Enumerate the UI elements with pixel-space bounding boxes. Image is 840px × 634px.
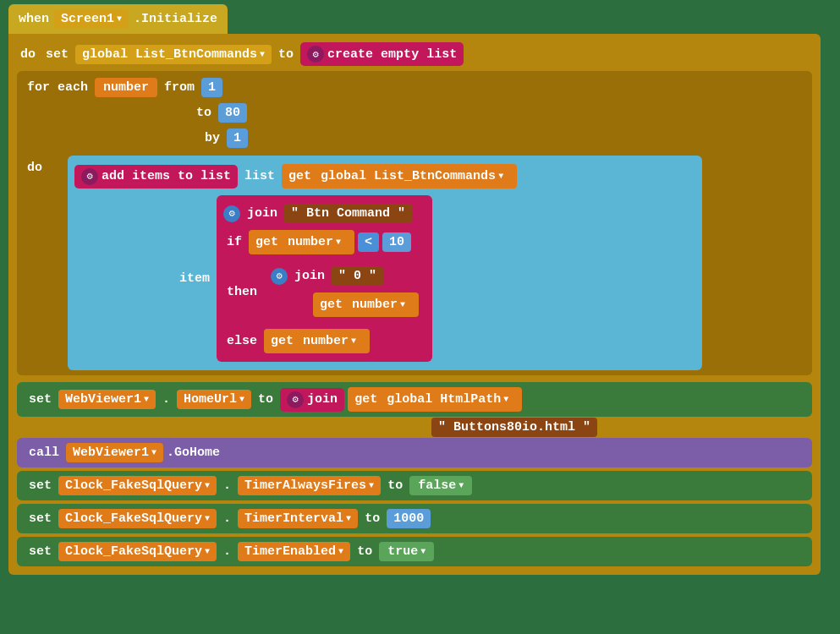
- join-label-3: join: [307, 392, 338, 407]
- create-empty-list-label: create empty list: [327, 47, 457, 62]
- set-label-2: set: [25, 391, 55, 408]
- get-number-else[interactable]: get number: [264, 329, 370, 353]
- lt-operator[interactable]: <: [358, 232, 379, 252]
- global-list-get-dropdown[interactable]: global List_BtnCommands: [314, 167, 510, 186]
- false-val[interactable]: false: [409, 476, 472, 495]
- get-label-5: get: [354, 392, 377, 407]
- zero-str[interactable]: " 0 ": [332, 266, 383, 286]
- to-label-6: to: [354, 543, 376, 560]
- foreach-container: for each number from 1 to 80 by 1 do: [17, 71, 812, 375]
- to-label-1: to: [275, 46, 297, 63]
- by-row: by 1: [201, 128, 805, 148]
- webviewer-call-dropdown[interactable]: WebViewer1: [66, 443, 163, 462]
- do-inner-container: ⚙ add items to list list get global List…: [68, 156, 702, 370]
- from-label: from: [161, 79, 198, 96]
- join-row: ⚙ join " Btn Command ": [223, 204, 425, 223]
- else-row: else get number: [223, 329, 425, 353]
- dot-3: .: [220, 510, 234, 527]
- join-webviewer-block: ⚙ join: [280, 388, 344, 412]
- gear-icon-1: ⚙: [307, 46, 324, 63]
- set-timer-enabled-row: set Clock_FakeSqlQuery . TimerEnabled to…: [17, 537, 812, 566]
- initialize-label: .Initialize: [134, 12, 217, 26]
- get-label-2: get: [255, 235, 278, 249]
- number-pill[interactable]: number: [95, 78, 157, 97]
- from-val[interactable]: 1: [201, 78, 222, 97]
- to-label-2: to: [193, 104, 215, 122]
- if-label: if: [223, 233, 245, 251]
- else-label: else: [223, 332, 261, 350]
- dot-2: .: [220, 477, 234, 495]
- timer-enabled-dropdown[interactable]: TimerEnabled: [238, 542, 350, 561]
- set-timer-always-row: set Clock_FakeSqlQuery . TimerAlwaysFire…: [17, 471, 812, 500]
- gohome-label: .GoHome: [167, 445, 220, 460]
- to-label-4: to: [384, 477, 406, 495]
- do-label: do: [17, 46, 39, 63]
- interval-val[interactable]: 1000: [387, 509, 431, 528]
- timer-interval-dropdown[interactable]: TimerInterval: [238, 509, 358, 528]
- gear-icon-4: ⚙: [271, 268, 288, 285]
- bottom-blocks: set WebViewer1 . HomeUrl to ⚙ join get g…: [17, 382, 812, 566]
- get-label-4: get: [271, 334, 294, 348]
- set-label-4: set: [25, 510, 55, 527]
- clock-dropdown-1[interactable]: Clock_FakeSqlQuery: [58, 476, 217, 495]
- item-label: item: [176, 270, 213, 287]
- then-row: then ⚙ join " 0 ": [223, 261, 425, 322]
- when-label: when: [19, 12, 49, 26]
- set-label-5: set: [25, 543, 55, 560]
- join-label-2: join: [291, 267, 328, 285]
- call-row: call WebViewer1 .GoHome: [17, 438, 812, 467]
- gear-icon-5: ⚙: [287, 391, 304, 408]
- by-label: by: [201, 129, 223, 147]
- add-items-label: add items to list: [102, 169, 231, 183]
- get-number-then-block[interactable]: get number: [313, 292, 419, 317]
- webviewer-set-row: set WebViewer1 . HomeUrl to ⚙ join get g…: [17, 382, 812, 417]
- join-outer-container: ⚙ join " Btn Command " if get numbe: [217, 195, 432, 362]
- get-global-list[interactable]: get global List_BtnCommands: [282, 164, 517, 189]
- true-val[interactable]: true: [379, 542, 434, 561]
- foreach-row: for each number from 1: [24, 78, 805, 97]
- number-dropdown-2[interactable]: number: [345, 295, 412, 314]
- add-items-block: ⚙ add items to list: [74, 165, 238, 189]
- webviewer-dropdown[interactable]: WebViewer1: [58, 390, 156, 409]
- clock-dropdown-2[interactable]: Clock_FakeSqlQuery: [58, 509, 217, 528]
- number-dropdown-1[interactable]: number: [281, 232, 348, 252]
- to-val[interactable]: 80: [218, 103, 247, 123]
- buttons-html-str[interactable]: " Buttons80io.html ": [431, 418, 597, 437]
- buttons-html-row: " Buttons80io.html ": [431, 420, 812, 435]
- when-header: when Screen1 .Initialize: [8, 4, 228, 34]
- foreach-label: for each: [24, 79, 91, 96]
- set-list-row: do set global List_BtnCommands to ⚙ crea…: [17, 42, 812, 66]
- dot-1: .: [159, 391, 173, 408]
- then-join-row: ⚙ join " 0 ": [271, 266, 419, 286]
- screen1-dropdown[interactable]: Screen1: [54, 9, 129, 29]
- btn-command-str[interactable]: " Btn Command ": [284, 204, 412, 223]
- call-label: call: [25, 444, 63, 462]
- item-row: item ⚙ join " Btn Command ": [176, 195, 695, 362]
- to-label-5: to: [361, 510, 383, 527]
- get-label-1: get: [288, 169, 311, 183]
- get-number-then: get number: [313, 292, 419, 317]
- if-row: if get number < 10: [223, 230, 425, 254]
- create-empty-list-block: ⚙ create empty list: [300, 42, 464, 66]
- to-label-3: to: [255, 391, 277, 408]
- get-htmlpath[interactable]: get global HtmlPath: [348, 387, 522, 412]
- set-label: set: [42, 46, 72, 63]
- homeurl-dropdown[interactable]: HomeUrl: [177, 390, 251, 409]
- gear-icon-2: ⚙: [81, 168, 98, 185]
- timer-always-dropdown[interactable]: TimerAlwaysFires: [238, 476, 381, 495]
- to-row: to 80: [193, 103, 805, 123]
- set-label-3: set: [25, 477, 55, 495]
- then-join-container: ⚙ join " 0 " get number: [264, 261, 425, 322]
- list-label: list: [241, 167, 278, 185]
- htmlpath-dropdown[interactable]: global HtmlPath: [380, 390, 515, 409]
- by-val[interactable]: 1: [227, 128, 248, 148]
- get-number-if[interactable]: get number: [249, 230, 354, 254]
- do-label-2: do: [24, 156, 46, 177]
- clock-dropdown-3[interactable]: Clock_FakeSqlQuery: [58, 542, 217, 561]
- global-list-dropdown[interactable]: global List_BtnCommands: [75, 45, 272, 64]
- then-label: then: [223, 283, 261, 301]
- number-dropdown-3[interactable]: number: [296, 331, 363, 351]
- outer-do-container: do set global List_BtnCommands to ⚙ crea…: [8, 34, 821, 575]
- dot-4: .: [220, 543, 234, 560]
- lt-val[interactable]: 10: [382, 232, 411, 252]
